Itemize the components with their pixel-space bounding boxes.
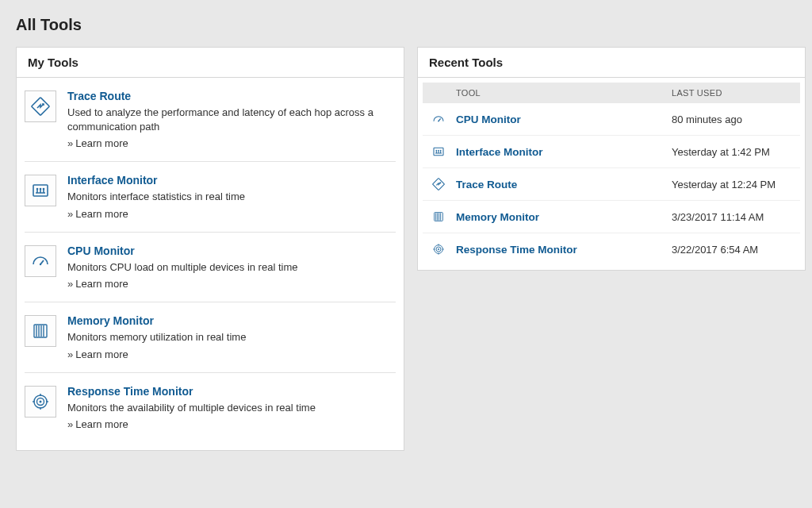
learn-more-label: Learn more [75,348,128,360]
learn-more-label: Learn more [75,278,128,290]
recent-last-used: Yesterday at 1:42 PM [672,146,791,158]
svg-point-18 [438,121,439,122]
memory-icon [432,210,446,223]
tool-body: Interface MonitorMonitors interface stat… [67,173,396,221]
svg-point-4 [43,188,45,190]
chevron-right-icon: » [67,137,73,149]
learn-more-link[interactable]: »Learn more [67,137,128,149]
learn-more-link[interactable]: »Learn more [67,348,128,360]
response-icon [432,243,446,256]
learn-more-label: Learn more [75,208,128,220]
tool-name-link[interactable]: Interface Monitor [67,174,158,187]
learn-more-link[interactable]: »Learn more [67,278,128,290]
tool-body: Response Time MonitorMonitors the availa… [67,384,396,432]
tool-name-link[interactable]: Memory Monitor [67,314,154,327]
tool-description: Monitors memory utilization in real time [67,330,396,344]
recent-header-tool: TOOL [432,88,672,98]
chevron-right-icon: » [67,278,73,290]
chevron-right-icon: » [67,208,73,220]
svg-point-5 [40,263,41,264]
tool-item: CPU MonitorMonitors CPU load on multiple… [25,232,396,302]
my-tools-title: My Tools [17,48,404,78]
recent-tool-link[interactable]: CPU Monitor [456,114,672,125]
tool-name-link[interactable]: Response Time Monitor [67,385,193,398]
recent-tool-link[interactable]: Memory Monitor [456,211,672,223]
svg-point-22 [440,150,442,152]
recent-row: Response Time Monitor3/22/2017 6:54 AM [423,233,800,265]
recent-tools-header-row: TOOL LAST USED [423,83,800,103]
learn-more-label: Learn more [75,418,128,430]
learn-more-label: Learn more [75,137,128,149]
recent-last-used: 3/23/2017 11:14 AM [672,211,791,223]
tool-name-link[interactable]: Trace Route [67,90,131,102]
recent-last-used: Yesterday at 12:24 PM [672,179,791,190]
chevron-right-icon: » [67,418,73,430]
svg-point-13 [40,400,42,402]
traceroute-icon [432,178,446,190]
svg-point-21 [438,150,439,152]
svg-point-2 [36,188,39,190]
recent-tool-link[interactable]: Response Time Monitor [456,244,672,256]
tool-body: CPU MonitorMonitors CPU load on multiple… [67,244,396,291]
recent-row: CPU Monitor80 minutes ago [423,103,800,136]
tool-name-link[interactable]: CPU Monitor [67,244,135,257]
tool-description: Monitors interface statistics in real ti… [67,190,396,204]
response-icon [25,386,56,418]
tool-body: Memory MonitorMonitors memory utilizatio… [67,314,396,361]
tool-item: Trace RouteUsed to analyze the performan… [25,78,396,161]
recent-last-used: 80 minutes ago [672,114,791,125]
traceroute-icon [25,90,56,122]
my-tools-panel: My Tools Trace RouteUsed to analyze the … [16,47,404,451]
recent-tool-link[interactable]: Trace Route [456,179,672,190]
recent-header-lastused: LAST USED [672,88,791,98]
recent-tools-title: Recent Tools [418,48,805,78]
recent-last-used: 3/22/2017 6:54 AM [672,244,791,256]
recent-tools-panel: Recent Tools TOOL LAST USED CPU Monitor8… [417,47,806,271]
cpu-icon [25,245,56,277]
tool-body: Trace RouteUsed to analyze the performan… [67,89,396,150]
cpu-icon [432,113,446,125]
svg-point-3 [40,188,42,190]
tool-item: Response Time MonitorMonitors the availa… [25,372,396,443]
learn-more-link[interactable]: »Learn more [67,208,128,220]
interface-icon [25,175,56,206]
tool-description: Used to analyze the performance and late… [67,106,396,133]
learn-more-link[interactable]: »Learn more [67,418,128,430]
tool-description: Monitors the availability of multiple de… [67,401,396,415]
tool-item: Interface MonitorMonitors interface stat… [25,161,396,232]
chevron-right-icon: » [67,348,73,360]
recent-tool-link[interactable]: Interface Monitor [456,146,672,158]
svg-point-31 [438,248,439,250]
tool-item: Memory MonitorMonitors memory utilizatio… [25,302,396,372]
memory-icon [25,315,56,347]
recent-row: Memory Monitor3/23/2017 11:14 AM [423,201,800,233]
recent-row: Trace RouteYesterday at 12:24 PM [423,168,800,201]
tool-description: Monitors CPU load on multiple devices in… [67,260,396,275]
interface-icon [432,145,446,158]
page-title: All Tools [16,16,796,34]
svg-point-20 [435,150,437,152]
recent-row: Interface MonitorYesterday at 1:42 PM [423,136,800,168]
